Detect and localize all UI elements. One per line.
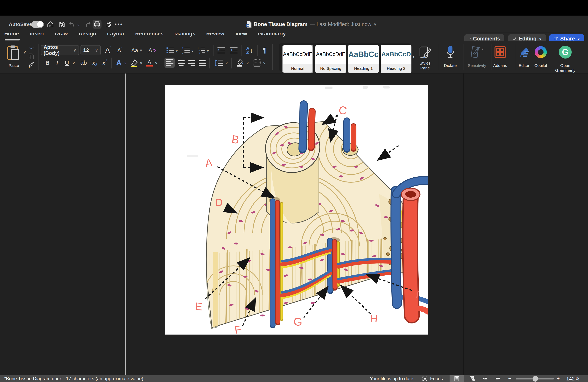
styles-pane-button[interactable] [417, 45, 433, 60]
font-color-chevron-icon[interactable]: ∨ [155, 61, 158, 65]
decrease-indent-icon[interactable] [215, 45, 227, 55]
numbering-chevron-icon[interactable]: ∨ [191, 48, 194, 53]
print-icon[interactable] [93, 20, 102, 29]
save-as-icon[interactable] [104, 20, 113, 29]
sensitivity-button[interactable]: ∨ [468, 44, 485, 60]
text-effects-chevron-icon[interactable]: ∨ [124, 61, 127, 65]
superscript-button[interactable]: x2 [100, 58, 110, 68]
style-heading1[interactable]: AaBbCcHeading 1 [348, 45, 379, 73]
paste-label: Paste [3, 63, 24, 68]
line-spacing-button[interactable] [212, 58, 225, 68]
shading-button[interactable] [234, 58, 246, 68]
style-normal[interactable]: AaBbCcDdENormal [282, 45, 313, 73]
font-name-select[interactable]: Aptos (Body)∨ [41, 45, 79, 55]
tab-draw[interactable]: Draw [55, 33, 68, 37]
share-button[interactable]: Share∨ [549, 34, 584, 41]
autosave-label: AutoSave [9, 16, 32, 33]
bone-tissue-diagram-image[interactable]: ABCDEFGHI [165, 85, 428, 335]
align-left-button[interactable] [165, 58, 175, 68]
change-case-button[interactable]: Aa∨ [129, 45, 145, 55]
tab-design[interactable]: Design [79, 33, 96, 37]
text-effects-button[interactable]: A [114, 58, 124, 68]
tab-references[interactable]: References [135, 33, 164, 37]
zoom-slider-knob[interactable] [533, 376, 538, 382]
cut-icon[interactable]: ✂ [27, 45, 36, 53]
format-painter-icon[interactable] [26, 61, 36, 69]
style-no-spacing[interactable]: AaBbCcDdENo Spacing [315, 45, 346, 73]
shading-chevron-icon[interactable]: ∨ [246, 61, 249, 65]
editing-mode-button[interactable]: Editing∨ [508, 34, 546, 41]
zoom-percentage[interactable]: 142% [566, 375, 579, 382]
grammarly-button[interactable]: G [556, 44, 574, 60]
sort-button[interactable]: AZ↓ [243, 45, 256, 56]
web-layout-view-button[interactable] [465, 375, 480, 382]
style-heading2[interactable]: AaBbCcDHeading 2 [381, 45, 411, 73]
copy-icon[interactable] [27, 53, 36, 60]
tab-view[interactable]: View [235, 33, 247, 37]
focus-label[interactable]: Focus [430, 375, 443, 382]
comments-button[interactable]: Comments [464, 34, 504, 41]
tab-grammarly[interactable]: Grammarly [258, 33, 286, 37]
draft-view-button[interactable] [492, 375, 504, 382]
zoom-out-button[interactable]: − [508, 375, 511, 382]
figure-label-E: E [195, 300, 203, 313]
multilevel-list-button[interactable]: 1ai [196, 45, 207, 55]
save-icon[interactable] [57, 20, 66, 29]
figure-label-C: C [338, 104, 348, 117]
focus-icon[interactable] [422, 376, 427, 381]
strikethrough-button[interactable]: ab [78, 58, 89, 68]
bullets-chevron-icon[interactable]: ∨ [175, 48, 178, 53]
borders-chevron-icon[interactable]: ∨ [263, 61, 266, 65]
svg-text:3: 3 [182, 52, 183, 54]
tab-review[interactable]: Review [206, 33, 224, 37]
increase-indent-icon[interactable] [228, 45, 240, 55]
tab-insert[interactable]: Insert [30, 33, 44, 37]
more-commands-icon[interactable]: ••• [114, 20, 123, 29]
highlight-chevron-icon[interactable]: ∨ [140, 61, 143, 65]
document-canvas[interactable]: ABCDEFGHI [0, 74, 588, 375]
paste-chevron-icon[interactable]: ∨ [23, 50, 26, 54]
redo-icon[interactable] [83, 20, 92, 29]
dictate-button[interactable] [441, 44, 460, 60]
subscript-button[interactable]: x2 [90, 58, 100, 68]
grow-font-icon[interactable]: Aˆ [103, 45, 114, 55]
paste-button[interactable] [5, 44, 22, 62]
font-color-button[interactable]: A [144, 58, 154, 68]
undo-chevron-icon[interactable]: ∨ [77, 22, 80, 27]
highlight-button[interactable] [129, 58, 140, 68]
bold-button[interactable]: B [43, 58, 52, 68]
styles-pane-label: Styles Pane [414, 61, 436, 70]
copilot-button[interactable] [532, 44, 549, 60]
autosave-toggle[interactable] [31, 21, 44, 28]
underline-chevron-icon[interactable]: ∨ [72, 61, 75, 65]
italic-button[interactable]: I [53, 58, 62, 68]
print-layout-view-button[interactable] [450, 375, 464, 382]
line-spacing-chevron-icon[interactable]: ∨ [225, 61, 228, 65]
multilevel-chevron-icon[interactable]: ∨ [207, 48, 210, 53]
addins-button[interactable] [491, 44, 509, 60]
borders-button[interactable] [251, 58, 263, 68]
bullets-button[interactable] [165, 45, 176, 55]
svg-text:W: W [246, 24, 249, 27]
align-center-button[interactable] [177, 60, 185, 66]
figure-label-D: D [215, 196, 223, 209]
underline-button[interactable]: U [63, 58, 71, 68]
zoom-in-button[interactable]: + [556, 375, 560, 382]
font-size-select[interactable]: 12∨ [81, 45, 101, 55]
outline-view-button[interactable] [479, 375, 491, 382]
undo-icon[interactable] [68, 20, 77, 29]
styles-more-chevron-icon[interactable]: › [411, 53, 417, 61]
show-marks-button[interactable]: ¶ [259, 45, 270, 56]
document-title[interactable]: W Bone Tissue Diagram — Last Modified: J… [224, 16, 399, 33]
clear-formatting-icon[interactable]: A [146, 45, 158, 55]
shrink-font-icon[interactable]: Aˇ [114, 45, 125, 55]
home-icon[interactable] [46, 20, 55, 29]
editor-button[interactable] [516, 44, 532, 60]
align-right-button[interactable] [188, 60, 196, 66]
numbering-button[interactable]: 123 [180, 45, 191, 55]
tab-layout[interactable]: Layout [107, 33, 125, 37]
tab-mailings[interactable]: Mailings [174, 33, 195, 37]
justify-button[interactable] [198, 60, 206, 66]
tab-home[interactable]: Home [4, 33, 19, 37]
haversian-bundle-1 [269, 197, 282, 325]
